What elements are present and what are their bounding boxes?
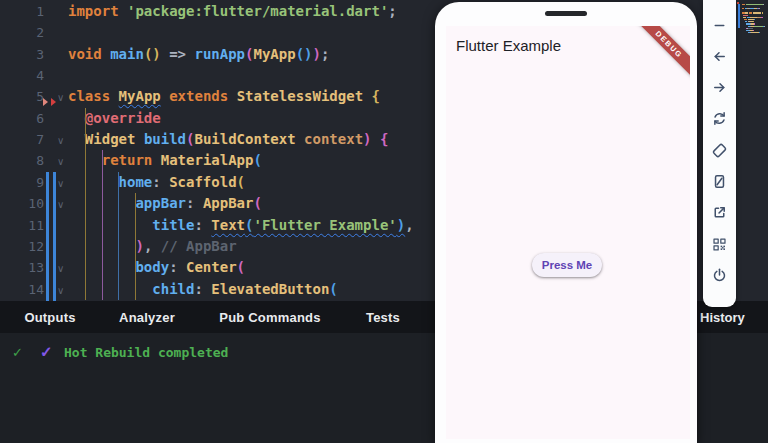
refresh-icon[interactable] [711,110,728,127]
code-text: @override [68,108,161,129]
code-text: home: Scaffold( [68,172,245,193]
code-token [372,131,380,147]
code-token: child [152,281,194,297]
minimap-token [743,15,748,16]
minimap-token [753,21,754,22]
line-number: 4 [0,65,44,86]
app-window: 1import 'package:flutter/material.dart';… [0,0,768,443]
fold-chevron-icon[interactable]: ∨ [57,87,64,108]
code-token: body [135,259,169,275]
code-token: ( [329,281,337,297]
code-token: : [194,281,211,297]
code-token: () [144,46,161,62]
code-token: ) [363,131,371,147]
tab-pub-commands[interactable]: Pub Commands [219,310,320,325]
line-number: 13 [0,257,44,278]
minimap-token [763,4,764,5]
line-number: 3 [0,44,44,65]
minimize-icon[interactable] [711,17,728,34]
resize-device-icon[interactable] [711,173,728,190]
qr-code-icon[interactable] [711,236,728,253]
code-text: return MaterialApp( [68,150,262,171]
code-token: : [152,174,169,190]
power-icon[interactable] [711,267,728,284]
code-token [228,88,236,104]
code-text: child: ElevatedButton( [68,279,338,300]
minimap-token [753,30,754,31]
code-text: body: Center( [68,257,245,278]
code-token: AppBar [203,195,254,211]
code-token: class [68,88,110,104]
code-token: , [144,238,161,254]
code-token: , [405,217,413,233]
open-external-icon[interactable] [711,204,728,221]
minimap-token [754,23,755,24]
code-token: import [68,3,119,19]
code-token: => [161,46,195,62]
code-token: title [152,217,194,233]
code-token [296,131,304,147]
check-icon-purple: ✓ [40,343,53,361]
line-number: 8 [0,150,44,171]
debug-banner: DEBUG [633,26,690,81]
code-text: class MyApp extends StatelessWidget { [68,86,380,107]
code-token: BuildContext [194,131,295,147]
output-message: Hot Rebuild completed [64,345,228,360]
code-token: // AppBar [161,238,237,254]
code-text: appBar: AppBar( [68,193,262,214]
minimap[interactable] [737,0,768,100]
minimap-token [754,26,763,27]
code-token: Text [211,217,245,233]
preview-toolbar [703,0,736,307]
code-text: import 'package:flutter/material.dart'; [68,1,397,22]
code-token: main [110,46,144,62]
git-change-indicator [53,172,56,301]
code-token: : [194,217,211,233]
device-preview: Flutter Example DEBUG Press Me [435,2,697,443]
code-token: ) [135,238,143,254]
code-token: home [119,174,153,190]
minimap-token [754,19,755,20]
fold-chevron-icon[interactable]: ∨ [57,151,64,172]
code-token: MyApp [253,46,295,62]
minimap-token [764,26,765,27]
code-token [110,88,118,104]
code-token: return [102,152,153,168]
fold-chevron-icon[interactable]: ∨ [57,258,64,279]
code-token [68,174,119,190]
minimap-token [762,17,763,18]
code-token [102,46,110,62]
minimap-token [759,32,760,33]
code-token: ( [237,259,245,275]
press-me-button[interactable]: Press Me [532,253,602,277]
tab-history[interactable]: History [700,310,745,325]
minimap-token [762,12,763,13]
tab-analyzer[interactable]: Analyzer [119,310,175,325]
code-text: Widget build(BuildContext context) { [68,129,388,150]
indent-guide [85,108,86,300]
code-token [68,110,85,126]
minimap-token [744,19,747,20]
phone-screen: Flutter Example DEBUG Press Me [446,26,690,439]
fold-chevron-icon[interactable]: ∨ [57,173,64,194]
tab-tests[interactable]: Tests [366,310,400,325]
code-token [119,3,127,19]
code-token: context [304,131,363,147]
code-token: ) [397,217,405,233]
git-change-indicator [46,172,49,301]
code-token: MyApp [119,88,161,104]
tab-outputs[interactable]: Outputs [24,310,75,325]
fold-chevron-icon[interactable]: ∨ [57,280,64,301]
arrow-right-icon[interactable] [711,79,728,96]
code-token [68,131,85,147]
code-token: MaterialApp [161,152,254,168]
minimap-token [750,17,757,18]
rotate-device-icon[interactable] [711,142,728,159]
minimap-change-bar [738,4,740,28]
line-number: 12 [0,236,44,257]
fold-chevron-icon[interactable]: ∨ [57,130,64,151]
line-number: 11 [0,215,44,236]
arrow-left-icon[interactable] [711,48,728,65]
fold-chevron-icon[interactable]: ∨ [57,194,64,215]
code-token: build [144,131,186,147]
